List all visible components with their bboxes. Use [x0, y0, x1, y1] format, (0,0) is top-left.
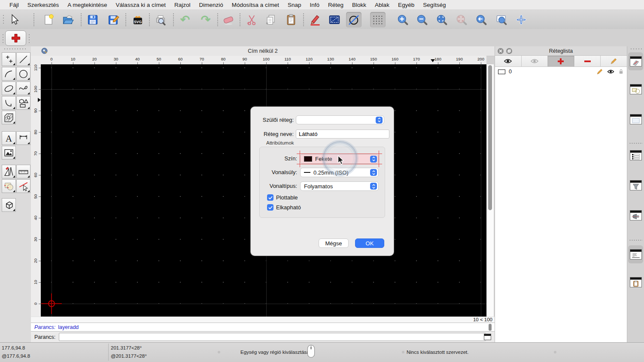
- menu-item-infó[interactable]: Infó: [306, 2, 324, 8]
- vruler-tick-label: 90: [33, 109, 38, 113]
- edit-layer-icon[interactable]: [601, 56, 627, 67]
- print-preview-icon[interactable]: [153, 12, 168, 27]
- arc-tool-icon[interactable]: [2, 67, 16, 81]
- plottable-checkbox[interactable]: [267, 194, 273, 201]
- open-file-icon[interactable]: [60, 12, 76, 27]
- save-as-icon[interactable]: [106, 12, 121, 27]
- lineweight-sample: [304, 172, 310, 173]
- show-all-layers-icon[interactable]: [495, 56, 522, 67]
- snappable-checkbox[interactable]: [267, 204, 273, 211]
- menu-item-egyéb[interactable]: Egyéb: [394, 2, 419, 8]
- command-line-dock-icon[interactable]: [628, 245, 643, 263]
- menu-item-a-megtekintése[interactable]: A megtekintése: [63, 2, 111, 8]
- pan-icon[interactable]: [513, 12, 529, 27]
- draw-pencil-icon[interactable]: [307, 12, 323, 27]
- vertical-scrollbar-thumb[interactable]: [488, 65, 492, 210]
- solid-tool-icon[interactable]: [2, 198, 16, 212]
- remove-layer-icon[interactable]: [574, 56, 601, 67]
- menu-item-blokk[interactable]: Blokk: [348, 2, 371, 8]
- layer-row[interactable]: 0: [495, 67, 627, 76]
- menu-item-dimenzió[interactable]: Dimenzió: [194, 2, 227, 8]
- line-tool-icon[interactable]: [16, 52, 30, 66]
- menu-item-segítség[interactable]: Segítség: [419, 2, 450, 8]
- zoom-in-icon[interactable]: [395, 12, 410, 27]
- zoom-auto-icon[interactable]: [434, 12, 450, 27]
- shapes-tool-icon[interactable]: [16, 96, 30, 110]
- drag-handle[interactable]: [28, 33, 30, 43]
- modify-tool-icon[interactable]: [16, 179, 30, 193]
- selection-filter-dock-icon[interactable]: [629, 179, 642, 191]
- menu-item-rajzol[interactable]: Rajzol: [170, 2, 195, 8]
- layer-edit-icon[interactable]: [596, 68, 603, 75]
- layer-list-dock-icon[interactable]: [628, 52, 643, 70]
- menu-item-snap[interactable]: Snap: [283, 2, 306, 8]
- horizontal-scrollbar[interactable]: 10 < 100: [31, 317, 495, 323]
- cut-icon[interactable]: [244, 12, 259, 27]
- palette-drag-handle[interactable]: [3, 48, 27, 50]
- clipboard-dock-icon[interactable]: [629, 276, 642, 288]
- menu-item-módosítsa-a-címet[interactable]: Módosítsa a címet: [228, 2, 283, 8]
- circle-tool-icon[interactable]: [16, 67, 30, 81]
- save-icon[interactable]: [85, 12, 100, 27]
- command-window-toggle-icon[interactable]: [484, 334, 491, 340]
- menu-item-réteg[interactable]: Réteg: [324, 2, 348, 8]
- hruler-tick-label: 90: [243, 57, 247, 61]
- points-tool-icon[interactable]: [2, 52, 16, 66]
- layer-visible-icon[interactable]: [607, 69, 614, 74]
- dock-drag-handle[interactable]: [630, 48, 642, 50]
- relative-zero-dock-icon[interactable]: [629, 209, 642, 221]
- drag-handle[interactable]: [2, 33, 4, 43]
- vruler-tick-label: 100: [33, 86, 38, 93]
- history-scrollbar-thumb[interactable]: [489, 324, 492, 331]
- add-layer-icon[interactable]: [548, 56, 574, 67]
- ellipse-tool-icon[interactable]: [2, 81, 16, 95]
- zoom-out-icon[interactable]: [414, 12, 430, 27]
- cad-tools-icon[interactable]: [2, 165, 16, 178]
- explode-tool-icon[interactable]: [2, 179, 16, 193]
- zoom-previous-icon[interactable]: [474, 12, 489, 27]
- library-browser-dock-icon[interactable]: [629, 113, 642, 125]
- layer-lock-icon[interactable]: [618, 69, 624, 75]
- menu-item-válassza-ki-a-címet[interactable]: Válassza ki a címet: [112, 2, 170, 8]
- hide-all-layers-icon[interactable]: [522, 56, 548, 67]
- cursor-tool-icon[interactable]: [7, 12, 22, 27]
- hatch-tool-icon[interactable]: [2, 111, 16, 124]
- delete-icon[interactable]: [221, 12, 236, 27]
- linetype-dropdown[interactable]: Folyamatos: [300, 181, 379, 191]
- selection-mode-icon[interactable]: [327, 12, 342, 27]
- polyline-tool-icon[interactable]: [2, 96, 16, 110]
- new-file-icon[interactable]: [41, 12, 56, 27]
- command-input[interactable]: [59, 333, 486, 341]
- parent-layer-dropdown[interactable]: [296, 115, 384, 124]
- current-tool-button[interactable]: [5, 30, 26, 46]
- paste-icon[interactable]: [283, 12, 299, 27]
- toolbar-drag-handle[interactable]: [3, 14, 4, 24]
- menu-item-szerkesztés[interactable]: Szerkesztés: [23, 2, 64, 8]
- copy-icon[interactable]: [263, 12, 279, 27]
- redo-icon[interactable]: ↷: [198, 12, 213, 27]
- entity-list-dock-icon[interactable]: [629, 149, 642, 161]
- document-titlebar[interactable]: Cím nélkül 2: [31, 46, 495, 56]
- ok-button[interactable]: OK: [355, 238, 384, 248]
- menu-item-fájl[interactable]: Fájl: [5, 2, 23, 8]
- dropdown-stepper-icon[interactable]: [370, 169, 377, 176]
- svg-export-icon[interactable]: SVG: [130, 12, 146, 27]
- grid-toggle-icon[interactable]: [370, 12, 386, 27]
- draft-mode-icon[interactable]: [346, 12, 361, 27]
- layer-name-input[interactable]: [296, 130, 389, 139]
- cancel-button[interactable]: Mégse: [319, 238, 349, 248]
- vertical-scrollbar[interactable]: [486, 64, 494, 317]
- dropdown-stepper-icon[interactable]: [376, 117, 383, 124]
- dropdown-stepper-icon[interactable]: [370, 156, 377, 163]
- undo-icon[interactable]: ↶: [177, 12, 193, 27]
- layer-panel-header[interactable]: Réteglista: [495, 46, 627, 56]
- image-tool-icon[interactable]: [2, 146, 16, 160]
- menu-item-ablak[interactable]: Ablak: [371, 2, 394, 8]
- dimension-tool-icon[interactable]: [16, 131, 30, 145]
- measure-tool-icon[interactable]: [16, 165, 30, 178]
- text-tool-icon[interactable]: A: [2, 131, 16, 145]
- spline-tool-icon[interactable]: [16, 81, 30, 95]
- dropdown-stepper-icon[interactable]: [370, 183, 377, 190]
- zoom-window-icon[interactable]: [494, 12, 509, 27]
- block-list-dock-icon[interactable]: [629, 83, 642, 95]
